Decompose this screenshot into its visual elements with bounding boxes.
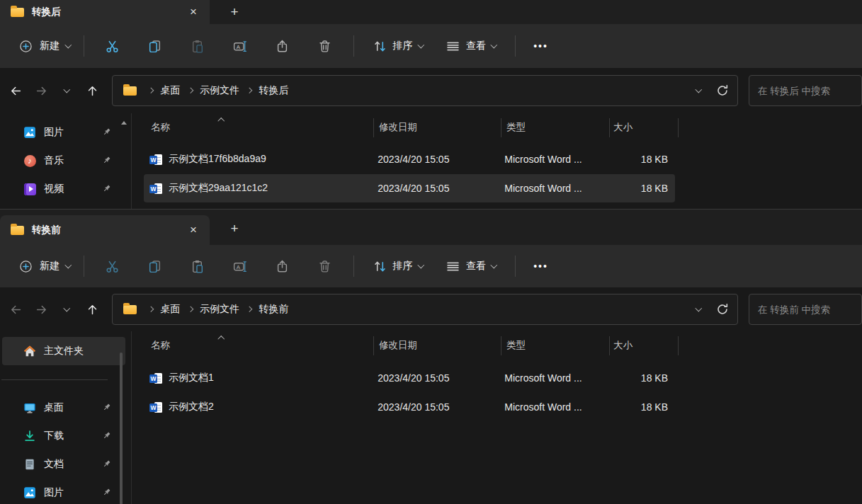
explorer-window-after: 转换后 × + 新建 A 排序 [0, 0, 862, 209]
column-header-type[interactable]: 类型 [501, 339, 609, 352]
sidebar-item-home[interactable]: 主文件夹 [2, 337, 125, 365]
command-bar: 新建 A 排序 查看 [0, 24, 862, 68]
breadcrumb-separator-icon [148, 307, 154, 312]
breadcrumb-sample-files[interactable]: 示例文件 [197, 82, 242, 99]
column-divider[interactable] [501, 336, 501, 355]
address-bar[interactable]: 桌面 示例文件 转换后 [112, 75, 738, 106]
new-button[interactable]: 新建 [13, 35, 76, 58]
breadcrumb-desktop[interactable]: 桌面 [158, 301, 183, 318]
file-type: Microsoft Word ... [499, 401, 606, 413]
more-button[interactable]: ••• [526, 252, 557, 280]
view-button[interactable]: 查看 [438, 253, 504, 280]
cut-button[interactable] [97, 32, 128, 60]
column-divider[interactable] [678, 118, 679, 137]
new-tab-button[interactable]: + [224, 0, 245, 24]
column-header-date[interactable]: 修改日期 [373, 121, 501, 134]
copy-button[interactable] [140, 32, 171, 60]
close-tab-icon[interactable]: × [184, 3, 203, 21]
file-row[interactable]: W 示例文档2 2023/4/20 15:05 Microsoft Word .… [144, 393, 675, 421]
delete-button[interactable] [310, 252, 341, 280]
sidebar-divider [0, 365, 131, 394]
sort-button[interactable]: 排序 [365, 33, 431, 59]
column-header-size[interactable]: 大小 [609, 339, 678, 352]
column-header-date[interactable]: 修改日期 [373, 339, 501, 352]
pin-icon [102, 402, 111, 415]
breadcrumb-separator-icon [246, 88, 252, 93]
column-header-size[interactable]: 大小 [609, 121, 678, 134]
more-button[interactable]: ••• [526, 32, 557, 60]
up-button[interactable] [79, 78, 105, 103]
delete-button[interactable] [310, 32, 341, 60]
search-box [749, 75, 862, 106]
breadcrumb-desktop[interactable]: 桌面 [158, 82, 183, 99]
file-row[interactable]: W 示例文档1 2023/4/20 15:05 Microsoft Word .… [144, 364, 675, 392]
column-header-name[interactable]: 名称 [144, 121, 373, 134]
file-name: 示例文档17f6b8da9a9 [169, 153, 266, 166]
tab-converted-after[interactable]: 转换后 × [0, 0, 210, 24]
column-divider[interactable] [373, 118, 374, 137]
file-row-selected[interactable]: W 示例文档29aa121c1c2 2023/4/20 15:05 Micros… [144, 174, 675, 202]
close-tab-icon[interactable]: × [184, 221, 203, 239]
column-header-type[interactable]: 类型 [501, 121, 609, 134]
rename-button[interactable]: A [225, 32, 256, 60]
file-size: 18 KB [606, 183, 675, 194]
back-button[interactable] [3, 78, 28, 103]
chevron-down-icon [417, 261, 424, 268]
copy-icon [147, 39, 162, 54]
paste-button[interactable] [182, 32, 213, 60]
new-button[interactable]: 新建 [13, 255, 76, 278]
tab-converted-before[interactable]: 转换前 × [0, 215, 210, 245]
sidebar-item-music[interactable]: ♪ 音乐 [2, 147, 125, 175]
refresh-icon[interactable] [716, 303, 729, 316]
sort-button[interactable]: 排序 [365, 253, 431, 280]
sidebar-item-documents[interactable]: 文档 [2, 450, 125, 479]
navigation-pane: 图片 ♪ 音乐 视频 [0, 113, 132, 209]
new-tab-button[interactable]: + [224, 215, 245, 245]
share-button[interactable] [267, 252, 298, 280]
navigation-bar: 桌面 示例文件 转换前 [0, 287, 862, 331]
column-divider[interactable] [373, 336, 374, 355]
sidebar-item-pictures[interactable]: 图片 [2, 118, 125, 147]
sidebar-item-desktop[interactable]: 桌面 [2, 394, 125, 422]
sidebar-item-videos[interactable]: 视频 [2, 175, 125, 203]
window-body: 主文件夹 桌面 下载 文档 图片 [0, 331, 862, 504]
address-dropdown-icon[interactable] [695, 304, 701, 311]
chevron-down-icon [63, 86, 69, 92]
cut-button[interactable] [97, 252, 128, 280]
recent-locations-button[interactable] [54, 297, 79, 322]
column-divider[interactable] [609, 336, 610, 355]
column-divider[interactable] [678, 336, 679, 355]
rename-button[interactable]: A [225, 252, 256, 280]
column-divider[interactable] [501, 118, 501, 137]
copy-button[interactable] [140, 252, 171, 280]
forward-icon [35, 303, 48, 316]
cut-icon [105, 39, 120, 54]
breadcrumb-sample-files[interactable]: 示例文件 [197, 301, 242, 318]
recent-locations-button[interactable] [54, 78, 79, 103]
command-bar: 新建 A 排序 查看 [0, 245, 862, 287]
sidebar-item-downloads[interactable]: 下载 [2, 422, 125, 450]
sidebar-item-pictures[interactable]: 图片 [2, 479, 125, 504]
paste-button[interactable] [182, 252, 213, 280]
breadcrumb-separator-icon [187, 88, 193, 93]
cut-icon [105, 259, 120, 274]
share-button[interactable] [267, 32, 298, 60]
forward-button[interactable] [28, 78, 54, 103]
sidebar-scrollbar[interactable] [120, 353, 123, 504]
address-bar[interactable]: 桌面 示例文件 转换前 [112, 294, 738, 325]
address-dropdown-icon[interactable] [695, 86, 701, 92]
sidebar-item-label: 主文件夹 [44, 345, 84, 357]
view-button[interactable]: 查看 [438, 33, 504, 59]
folder-icon [11, 226, 24, 235]
forward-button[interactable] [28, 297, 54, 322]
search-input[interactable] [749, 304, 861, 315]
search-input[interactable] [749, 86, 861, 96]
up-button[interactable] [79, 297, 105, 322]
back-button[interactable] [3, 297, 28, 322]
refresh-icon[interactable] [716, 84, 729, 97]
file-row[interactable]: W 示例文档17f6b8da9a9 2023/4/20 15:05 Micros… [144, 145, 675, 173]
column-divider[interactable] [609, 118, 610, 137]
column-header-name[interactable]: 名称 [144, 339, 373, 352]
breadcrumb-current-folder[interactable]: 转换后 [256, 82, 292, 99]
breadcrumb-current-folder[interactable]: 转换前 [256, 301, 292, 318]
